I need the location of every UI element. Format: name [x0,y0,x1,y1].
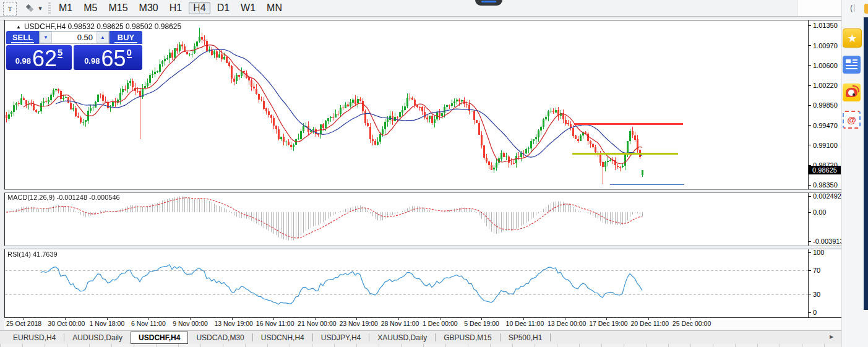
background-window-edge [864,17,868,310]
timeframe-button-M1[interactable]: M1 [54,2,77,14]
mail-at-icon[interactable]: @ [843,111,861,129]
price-axis-area[interactable]: 1.013501.009701.006001.002200.998500.994… [809,19,841,317]
time-axis-label: 13 Nov 19:00 [215,320,253,327]
volume-stepper: ▼ ▲ [39,31,110,44]
chart-symbol-header: ▲ USDCHF,H4 0.98532 0.98625 0.98502 0.98… [16,22,181,31]
sidebar-collapse-icon[interactable]: ⟨ [845,2,859,14]
price-axis-tick: 1.00600 [809,62,838,69]
macd-axis-tick: 0.00 [809,208,826,216]
sell-button[interactable]: SELL [6,31,39,44]
timeframe-button-M5[interactable]: M5 [79,2,101,14]
volume-increase-button[interactable]: ▲ [97,32,109,43]
tab-separator [550,333,551,341]
weibo-icon[interactable] [843,84,861,101]
buy-price-display[interactable]: 0.98 65 0 [74,45,142,70]
timeframe-button-H1[interactable]: H1 [165,2,186,14]
sell-price-prefix: 0.98 [15,56,31,66]
sell-price-big: 62 [32,49,57,68]
buy-button-label: BUY [118,33,134,42]
axis-divider [808,20,809,317]
one-click-trading-panel: SELL ▼ ▲ BUY 0.98 62 5 0.98 65 0 [6,31,142,70]
rsi-axis-tick: 70 [809,267,820,274]
timeframe-button-W1[interactable]: W1 [236,2,260,14]
buy-price-big: 65 [101,49,126,68]
floating-widget[interactable] [475,0,502,6]
news-icon[interactable] [843,56,861,74]
time-axis-label: 30 Oct 00:00 [48,320,85,327]
buy-button[interactable]: BUY [110,31,142,44]
chart-tab-usdcad-m30[interactable]: USDCAD,M30 [188,332,252,343]
time-axis-label: 25 Oct 2018 [6,320,41,327]
timeframe-button-MN[interactable]: MN [262,2,286,14]
timeframe-button-group: M1M5M15M30H1H4D1W1MN [54,2,286,14]
symbol-triangle-icon: ▲ [16,24,21,30]
rsi-indicator-chart[interactable] [5,249,808,316]
time-axis-label: 10 Dec 11:00 [506,320,544,327]
chart-tab-audusd-daily[interactable]: AUDUSD,Daily [64,332,131,343]
chart-tab-bar: EURUSD,H4AUDUSD,DailyUSDCHF,H4USDCAD,M30… [0,330,841,344]
time-axis-label: 20 Dec 11:00 [631,320,669,327]
chart-tab-usdjpy-h4[interactable]: USDJPY,H4 [313,332,369,343]
macd-label: MACD(12,26,9) -0.001248 -0.000546 [7,194,120,201]
price-axis-tick: 1.00970 [809,42,838,49]
timeframe-button-D1[interactable]: D1 [213,2,234,14]
price-axis-tick: 0.99100 [809,142,838,149]
rsi-axis-tick: 30 [809,291,820,298]
time-axis-label: 21 Nov 00:00 [298,320,336,327]
volume-input[interactable] [52,32,97,43]
buy-price-prefix: 0.98 [84,56,100,66]
panel-splitter[interactable] [4,189,841,193]
arrows-dropdown-caret-icon[interactable]: ▾ [37,2,43,14]
tab-scroll-right-icon[interactable]: ▶ [828,332,835,341]
time-axis-label: 1 Dec 00:00 [423,320,458,327]
current-price-label: 0.98625 [809,166,841,174]
volume-decrease-button[interactable]: ▼ [40,32,52,43]
buy-price-pip: 0 [127,48,132,58]
time-axis-label: 23 Nov 19:00 [339,320,377,327]
chart-tab-gbpusd-m15[interactable]: GBPUSD,M15 [436,332,499,343]
partial-icon [864,4,868,14]
time-axis-label: 5 Dec 19:00 [464,320,499,327]
chart-top-border [4,20,841,20]
sell-price-pip: 5 [58,48,62,58]
mt4-window: T ▾ M1M5M15M30H1H4D1W1MN 1.013501.009701… [0,0,868,347]
chart-tab-usdcnh-h4[interactable]: USDCNH,H4 [253,332,312,343]
timeframe-button-M30[interactable]: M30 [135,2,163,14]
text-label-tool-icon[interactable]: T [3,2,17,15]
macd-indicator-chart[interactable] [5,192,808,246]
chart-tab-usdchf-h4[interactable]: USDCHF,H4 [131,332,188,344]
arrows-tool-icon[interactable] [22,2,37,14]
toolbar-separator [199,2,200,14]
time-axis[interactable]: 25 Oct 201830 Oct 00:001 Nov 18:006 Nov … [4,318,841,330]
panel-splitter[interactable] [4,246,841,249]
time-axis-label: 9 Nov 00:00 [173,320,208,327]
toolbar-grip[interactable] [48,2,51,14]
time-axis-label: 6 Nov 11:00 [131,320,166,327]
time-axis-label: 28 Nov 11:00 [381,320,419,327]
rsi-label: RSI(14) 41.7639 [7,251,58,258]
chart-left-border [4,20,5,317]
sell-price-display[interactable]: 0.98 62 5 [6,45,72,70]
bottom-edge-strip [0,344,841,347]
price-axis-tick: 0.99470 [809,122,838,129]
time-axis-label: 16 Nov 11:00 [256,320,294,327]
price-axis-tick: 0.99850 [809,101,838,109]
favorites-star-icon[interactable]: ★ [843,28,862,48]
price-axis-tick: 0.98350 [809,181,838,189]
chart-tab-sp500-h1[interactable]: SP500,H1 [501,332,551,343]
chart-tab-eurusd-h4[interactable]: EURUSD,H4 [5,332,64,343]
rsi-axis-tick: 0 [809,309,817,316]
time-axis-label: 25 Dec 00:00 [672,320,711,327]
chart-tab-xauusd-daily[interactable]: XAUUSD,Daily [369,332,435,343]
toolbar-empty-area [797,0,842,16]
top-toolbar: T ▾ M1M5M15M30H1H4D1W1MN [0,0,843,16]
timeframe-button-M15[interactable]: M15 [104,2,132,14]
time-axis-label: 1 Nov 18:00 [90,320,125,327]
rsi-axis-tick: 100 [809,249,824,256]
macd-axis-tick: -0.003913 [809,238,844,245]
symbol-ohlc-text: USDCHF,H4 0.98532 0.98625 0.98502 0.9862… [24,22,181,31]
time-axis-label: 17 Dec 19:00 [589,320,627,327]
time-axis-label: 13 Dec 00:00 [548,320,586,327]
price-axis-tick: 1.00220 [809,82,838,89]
price-axis-tick: 1.01350 [809,22,838,29]
